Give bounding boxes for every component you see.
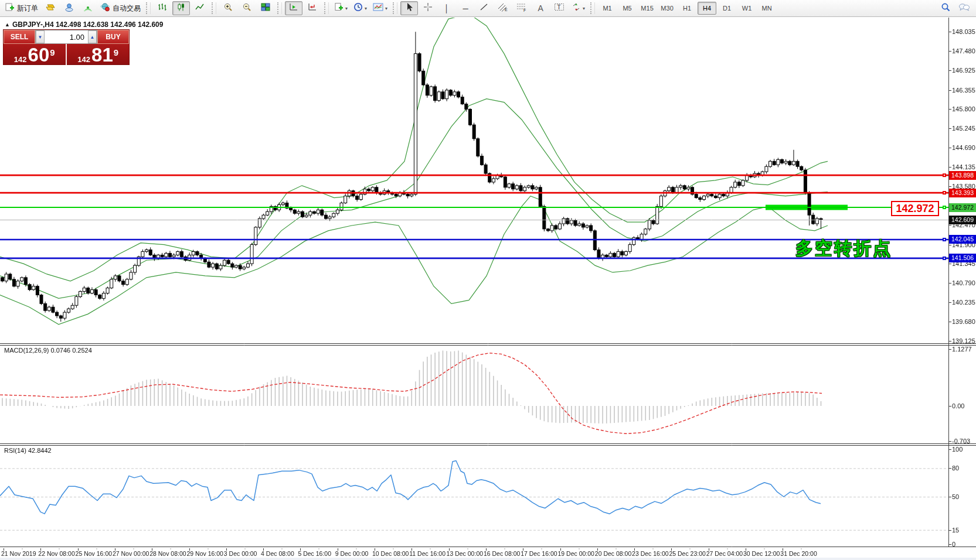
indicators-button[interactable]: ▾: [370, 1, 390, 15]
price-axis-tick: 145.245: [952, 125, 976, 132]
chart-canvas[interactable]: [0, 0, 976, 560]
triangle-icon: ▲: [5, 22, 10, 28]
sell-price-display[interactable]: 142609: [4, 44, 66, 65]
tile-windows-icon: [261, 2, 270, 14]
date-axis-label: 17 Dec 16:00: [521, 550, 557, 557]
chart-shift-button[interactable]: [304, 1, 321, 15]
trendline-tool-button[interactable]: [475, 1, 493, 15]
date-axis-label: 9 Dec 00:00: [335, 550, 369, 557]
templates-button[interactable]: ▾: [332, 1, 350, 15]
auto-scroll-button[interactable]: [285, 1, 302, 15]
volume-stepper: ▼ 1.00 ▲: [35, 30, 97, 44]
volume-input[interactable]: 1.00: [45, 30, 88, 43]
new-order-label: 新订单: [17, 4, 38, 13]
timeframe-m1[interactable]: M1: [598, 2, 617, 15]
indicators-icon: [373, 3, 383, 14]
sell-price-pips: 60: [28, 46, 50, 64]
svg-text:F: F: [523, 8, 526, 12]
price-axis-tick: 145.800: [952, 105, 976, 112]
community-button[interactable]: [60, 1, 78, 15]
new-order-icon: [5, 2, 15, 14]
timeframe-h4[interactable]: H4: [698, 2, 716, 15]
zoom-out-button[interactable]: [238, 1, 256, 15]
search-button[interactable]: [937, 1, 954, 15]
rsi-indicator-label: RSI(14) 42.8442: [4, 447, 52, 454]
price-level-tag: 143.393: [949, 189, 976, 197]
date-axis-label: 10 Dec 08:00: [372, 550, 409, 557]
buy-price-pips: 81: [91, 46, 113, 64]
date-axis-label: 27 Nov 00:00: [113, 550, 149, 557]
new-order-button[interactable]: 新订单: [3, 1, 40, 15]
chat-button[interactable]: [955, 1, 973, 15]
timeframe-mn[interactable]: MN: [757, 2, 776, 15]
date-axis-label: 29 Nov 16:00: [187, 550, 223, 557]
volume-decrease-button[interactable]: ▼: [36, 30, 45, 43]
date-axis-label: 25 Nov 16:00: [76, 550, 112, 557]
candlestick-chart-button[interactable]: [172, 1, 190, 15]
price-level-tag: 143.898: [949, 171, 976, 180]
svg-text:E: E: [505, 8, 508, 12]
toolbar-separator: [212, 2, 216, 14]
chat-icon: [958, 2, 970, 14]
date-axis-label: 19 Dec 00:00: [558, 550, 594, 557]
timeframe-d1[interactable]: D1: [717, 2, 736, 15]
price-axis-tick: 139.680: [952, 318, 976, 325]
period-button[interactable]: ▾: [351, 1, 369, 15]
date-axis-label: 22 Nov 08:00: [38, 550, 74, 557]
bar-chart-button[interactable]: [154, 1, 171, 15]
toolbar-separator: [393, 2, 397, 14]
arrows-tool-button[interactable]: ▾: [569, 1, 587, 15]
zoom-in-button[interactable]: [219, 1, 237, 15]
tile-windows-button[interactable]: [257, 1, 274, 15]
toolbar-separator: [146, 2, 151, 14]
channel-tool-button[interactable]: E: [494, 1, 512, 15]
gold-bar-icon: [45, 3, 56, 13]
line-chart-icon: [195, 2, 205, 14]
search-icon: [941, 2, 951, 15]
symbol-ohlc-text: GBPJPY-,H4 142.498 142.638 142.496 142.6…: [12, 21, 164, 29]
autotrade-icon: [100, 2, 110, 14]
vertical-line-icon: │: [444, 5, 449, 12]
symbol-ohlc-header: ▲GBPJPY-,H4 142.498 142.638 142.496 142.…: [5, 21, 163, 29]
sell-button[interactable]: SELL: [4, 30, 35, 44]
text-tool-button[interactable]: A: [532, 1, 549, 15]
line-chart-button[interactable]: [191, 1, 209, 15]
timeframe-m30[interactable]: M30: [658, 2, 676, 15]
timeframe-m15[interactable]: M15: [638, 2, 657, 15]
timeframe-m5[interactable]: M5: [618, 2, 637, 15]
crosshair-tool-button[interactable]: [419, 1, 437, 15]
macd-axis-tick: -0.703: [952, 438, 976, 445]
horizontal-line-tool-button[interactable]: ─: [457, 1, 474, 15]
signals-button[interactable]: [79, 1, 97, 15]
rsi-axis-tick: 50: [952, 493, 976, 500]
date-axis-label: 13 Dec 00:00: [447, 550, 483, 557]
fibonacci-tool-button[interactable]: F: [513, 1, 530, 15]
mt4-terminal: 新订单 自动交易 ▾ ▾ ▾ │ ─ E F A T ▾: [0, 0, 976, 560]
timeframe-h1[interactable]: H1: [678, 2, 696, 15]
gold-button[interactable]: [42, 1, 59, 15]
auto-scroll-icon: [289, 2, 298, 14]
horizontal-line-icon: ─: [463, 5, 468, 12]
sell-price-major: 142: [14, 55, 27, 64]
autotrade-label: 自动交易: [113, 4, 141, 13]
buy-price-display[interactable]: 142819: [67, 44, 129, 65]
buy-button[interactable]: BUY: [97, 30, 129, 44]
toolbar-separator: [324, 2, 329, 14]
sell-price-pipette: 9: [50, 49, 55, 57]
text-label-tool-button[interactable]: T: [550, 1, 568, 15]
autotrade-button[interactable]: 自动交易: [98, 1, 143, 15]
cursor-tool-button[interactable]: [400, 1, 418, 15]
date-axis-label: 27 Dec 04:00: [706, 550, 743, 557]
toolbar-separator: [277, 2, 282, 14]
pivot-annotation-text[interactable]: 多空转折点: [795, 237, 892, 261]
volume-increase-button[interactable]: ▲: [88, 30, 97, 43]
chevron-down-icon: ▾: [583, 6, 585, 11]
date-axis-label: 11 Dec 16:00: [409, 550, 446, 557]
arrows-icon: [572, 2, 581, 14]
fibonacci-icon: F: [516, 2, 527, 14]
vertical-line-tool-button[interactable]: │: [438, 1, 455, 15]
price-callout-label[interactable]: 142.972: [891, 201, 939, 216]
timeframe-group: M1M5M15M30H1H4D1W1MN: [597, 2, 777, 15]
timeframe-w1[interactable]: W1: [737, 2, 756, 15]
date-axis-label: 25 Dec 23:00: [669, 550, 705, 557]
